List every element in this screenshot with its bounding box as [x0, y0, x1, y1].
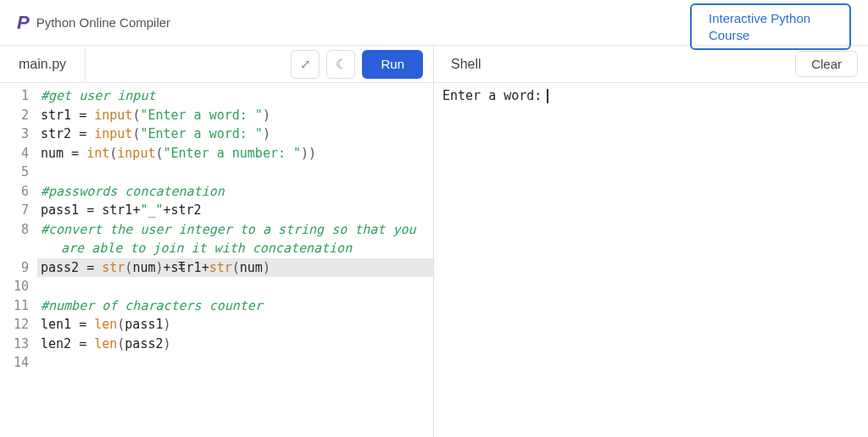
file-tab[interactable]: main.py [0, 46, 86, 82]
shell-toolbar: Shell Clear [434, 46, 868, 83]
shell-prompt-line: Enter a word: [442, 88, 542, 103]
logo-icon: P [17, 12, 30, 34]
code-editor[interactable]: 1 2 3 4 5 6 7 8 9 10 11 12 13 14 #get us… [0, 83, 433, 437]
minimize-icon: ⤢ [300, 57, 311, 72]
editor-panel: main.py ⤢ ☾ Run 1 2 3 4 5 6 7 8 9 10 [0, 46, 434, 437]
editor-toolbar: main.py ⤢ ☾ Run [0, 46, 433, 83]
theme-toggle-button[interactable]: ☾ [326, 50, 355, 79]
shell-title: Shell [444, 57, 481, 72]
moon-icon: ☾ [336, 57, 347, 72]
shell-panel: Shell Clear Enter a word: [434, 46, 868, 437]
shell-cursor-icon [547, 89, 548, 103]
logo[interactable]: P Python Online Compiler [17, 12, 170, 34]
app-header: P Python Online Compiler Interactive Pyt… [0, 0, 868, 46]
main-area: main.py ⤢ ☾ Run 1 2 3 4 5 6 7 8 9 10 [0, 46, 868, 437]
clear-button[interactable]: Clear [795, 51, 858, 77]
course-cta-button[interactable]: Interactive Python Course [690, 3, 851, 50]
logo-subtitle: Python Online Compiler [36, 15, 170, 30]
code-content[interactable]: #get user input str1 = input("Enter a wo… [37, 83, 433, 437]
line-gutter: 1 2 3 4 5 6 7 8 9 10 11 12 13 14 [0, 83, 37, 437]
minimize-button[interactable]: ⤢ [291, 50, 320, 79]
run-button[interactable]: Run [362, 50, 423, 79]
shell-output[interactable]: Enter a word: [434, 83, 868, 437]
